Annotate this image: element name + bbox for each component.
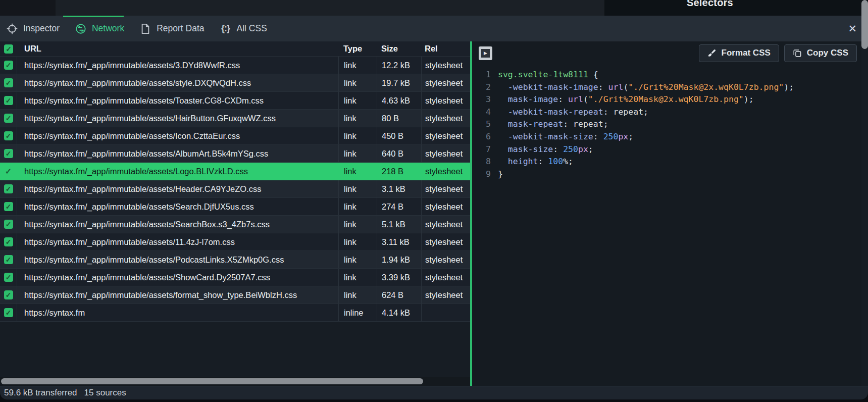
- row-url: https://syntax.fm/_app/immutable/assets/…: [17, 290, 338, 300]
- code-token: -webkit-mask-size: [498, 131, 593, 143]
- code-token: :: [563, 118, 573, 131]
- row-checkbox[interactable]: ✓: [4, 131, 13, 140]
- row-rel: stylesheet: [421, 163, 470, 180]
- row-url: https://syntax.fm/_app/immutable/assets/…: [17, 202, 338, 212]
- select-all-checkbox[interactable]: ✓: [4, 44, 13, 54]
- row-checkbox-cell: ✓: [0, 216, 17, 233]
- tab-all-css[interactable]: {:} All CSS: [220, 23, 267, 34]
- tab-inspector[interactable]: Inspector: [7, 23, 60, 34]
- code-token: ;: [643, 106, 648, 119]
- row-checkbox-cell: ✓: [0, 180, 17, 197]
- row-checkbox[interactable]: ✓: [4, 237, 13, 246]
- row-type: link: [338, 198, 377, 215]
- row-checkbox-cell: ✓: [0, 163, 17, 180]
- code-token: "./Grit%20Mask@2x.wqK0L7zb.png": [628, 81, 784, 94]
- table-row[interactable]: ✓ https://syntax.fm inline 4.14 kB: [0, 304, 470, 322]
- table-row[interactable]: ✓ https://syntax.fm/_app/immutable/asset…: [0, 180, 470, 198]
- row-checkbox[interactable]: ✓: [4, 220, 13, 229]
- code-token: ;: [588, 143, 593, 156]
- row-size: 19.7 kB: [377, 74, 421, 91]
- row-type: link: [338, 74, 377, 91]
- status-area: 59.6 kB transferred 15 sources: [0, 386, 868, 402]
- format-css-button[interactable]: Format CSS: [699, 44, 779, 62]
- row-checkbox-cell: ✓: [0, 198, 17, 215]
- row-url: https://syntax.fm/_app/immutable/assets/…: [17, 114, 338, 123]
- table-row[interactable]: ✓ https://syntax.fm/_app/immutable/asset…: [0, 92, 470, 110]
- code-line: 7 mask-size: 250px;: [472, 143, 861, 156]
- tab-network-label: Network: [92, 23, 124, 34]
- code-token: ;: [603, 118, 608, 131]
- row-rel: stylesheet: [421, 127, 470, 144]
- code-token: :: [538, 156, 548, 168]
- code-token: 250: [603, 131, 619, 143]
- row-checkbox[interactable]: ✓: [4, 308, 13, 317]
- row-size: 1.94 kB: [377, 251, 421, 268]
- table-body: ✓ https://syntax.fm/_app/immutable/asset…: [0, 57, 470, 322]
- table-row[interactable]: ✓ https://syntax.fm/_app/immutable/asset…: [0, 74, 470, 92]
- page-behind-middle: [56, 0, 604, 16]
- horizontal-scrollbar-thumb[interactable]: [1, 378, 423, 384]
- row-size: 5.1 kB: [377, 216, 421, 233]
- row-size: 4.14 kB: [377, 304, 421, 321]
- row-type: link: [338, 233, 377, 250]
- header-url: URL: [17, 44, 338, 54]
- row-size: 450 B: [377, 127, 421, 144]
- row-checkbox[interactable]: ✓: [4, 78, 13, 87]
- row-checkbox[interactable]: ✓: [4, 202, 13, 211]
- code-line: 5 mask-repeat: repeat;: [472, 118, 861, 131]
- table-row[interactable]: ✓ https://syntax.fm/_app/immutable/asset…: [0, 57, 470, 74]
- row-rel: stylesheet: [421, 92, 470, 109]
- row-rel: stylesheet: [421, 57, 470, 74]
- row-checkbox[interactable]: ✓: [4, 290, 13, 299]
- table-row[interactable]: ✓ https://syntax.fm/_app/immutable/asset…: [0, 216, 470, 233]
- tab-report-data[interactable]: Report Data: [140, 23, 204, 34]
- code-token: (: [583, 93, 588, 106]
- table-row[interactable]: ✓ https://syntax.fm/_app/immutable/asset…: [0, 198, 470, 216]
- row-size: 640 B: [377, 145, 421, 162]
- row-size: 3.39 kB: [377, 269, 421, 286]
- expand-panel-button[interactable]: ▶: [479, 46, 492, 60]
- table-row[interactable]: ✓ https://syntax.fm/_app/immutable/asset…: [0, 233, 470, 251]
- row-rel: stylesheet: [421, 251, 470, 268]
- row-checkbox[interactable]: ✓: [4, 184, 13, 193]
- row-checkbox[interactable]: ✓: [4, 114, 13, 123]
- row-url: https://syntax.fm/_app/immutable/assets/…: [17, 273, 338, 282]
- row-size: 624 B: [377, 286, 421, 304]
- copy-css-button[interactable]: Copy CSS: [784, 44, 857, 62]
- code-line: 2 -webkit-mask-image: url("./Grit%20Mask…: [472, 81, 861, 94]
- table-row[interactable]: ✓ https://syntax.fm/_app/immutable/asset…: [0, 145, 470, 163]
- table-row[interactable]: ✓ https://syntax.fm/_app/immutable/asset…: [0, 110, 470, 127]
- code-token: :: [603, 106, 614, 119]
- row-checkbox[interactable]: ✓: [4, 255, 13, 264]
- format-css-label: Format CSS: [722, 48, 771, 58]
- row-checkbox[interactable]: ✓: [4, 96, 13, 105]
- row-checkbox[interactable]: ✓: [4, 61, 13, 70]
- row-checkbox[interactable]: ✓: [4, 273, 13, 282]
- code-token: px: [578, 143, 588, 156]
- table-header-row: ✓ URL Type Size Rel: [0, 41, 470, 57]
- row-url: https://syntax.fm/_app/immutable/assets/…: [17, 220, 338, 229]
- row-rel: stylesheet: [421, 269, 470, 286]
- row-checkbox[interactable]: ✓: [4, 149, 13, 158]
- line-number: 5: [472, 118, 491, 131]
- header-checkbox-cell: ✓: [0, 41, 17, 56]
- table-row[interactable]: ✓ https://syntax.fm/_app/immutable/asset…: [0, 163, 470, 180]
- css-source-view[interactable]: 1svg.svelte-1tw8111 {2 -webkit-mask-imag…: [472, 69, 861, 386]
- table-row[interactable]: ✓ https://syntax.fm/_app/immutable/asset…: [0, 286, 470, 304]
- table-row[interactable]: ✓ https://syntax.fm/_app/immutable/asset…: [0, 269, 470, 286]
- table-row[interactable]: ✓ https://syntax.fm/_app/immutable/asset…: [0, 127, 470, 145]
- header-rel: Rel: [421, 41, 470, 56]
- row-checkbox[interactable]: ✓: [4, 167, 13, 176]
- row-type: link: [338, 110, 377, 127]
- close-icon[interactable]: ✕: [846, 22, 859, 35]
- code-token: height: [498, 156, 538, 168]
- code-token: 100: [548, 156, 563, 168]
- row-url: https://syntax.fm/_app/immutable/assets/…: [17, 78, 338, 88]
- table-row[interactable]: ✓ https://syntax.fm/_app/immutable/asset…: [0, 251, 470, 269]
- header-type: Type: [338, 41, 377, 56]
- row-checkbox-cell: ✓: [0, 233, 17, 250]
- vertical-scrollbar-thumb[interactable]: [861, 0, 868, 49]
- line-number: 2: [472, 81, 491, 94]
- row-rel: stylesheet: [421, 180, 470, 197]
- tab-network[interactable]: Network: [75, 23, 124, 34]
